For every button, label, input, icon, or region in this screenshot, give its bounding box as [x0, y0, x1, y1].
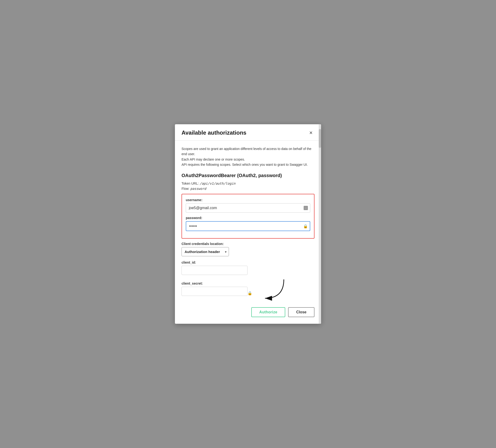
- client-id-input[interactable]: [182, 266, 248, 275]
- client-secret-group: client_secret: 🔒: [182, 281, 314, 299]
- modal-title: Available authorizations: [182, 129, 246, 136]
- oauth-section-title: OAuth2PasswordBearer (OAuth2, password): [182, 173, 314, 178]
- client-credentials-group: Client credentials location: Authorizati…: [182, 242, 314, 260]
- client-credentials-select-wrapper: Authorization header Basic Auth header Q…: [182, 247, 229, 256]
- password-lock-icon[interactable]: 🔒: [303, 224, 308, 229]
- token-url-row: Token URL: /api/v1/auth/login: [182, 182, 314, 185]
- client-secret-input-wrapper: 🔒: [182, 287, 314, 299]
- client-id-label: client_id:: [182, 261, 314, 264]
- password-label: password:: [186, 216, 310, 220]
- username-field-group: username: ···: [186, 198, 310, 213]
- password-input[interactable]: [186, 221, 310, 231]
- flow-value: password: [190, 187, 206, 190]
- client-secret-input[interactable]: [182, 287, 248, 296]
- flow-row: Flow: password: [182, 187, 314, 190]
- client-id-group: client_id:: [182, 261, 314, 278]
- token-url-value: /api/v1/auth/login: [200, 182, 235, 185]
- scrollbar[interactable]: [319, 124, 321, 324]
- button-area: Authorize Close: [182, 303, 314, 317]
- password-input-wrapper: 🔒: [186, 221, 310, 231]
- username-input[interactable]: [186, 203, 310, 213]
- password-field-group: password: 🔒: [186, 216, 310, 231]
- credentials-box: username: ··· password: 🔒: [182, 194, 314, 239]
- modal-overlay: Available authorizations × Scopes are us…: [0, 0, 496, 448]
- client-credentials-select[interactable]: Authorization header Basic Auth header Q…: [182, 247, 229, 256]
- description-block: Scopes are used to grant an application …: [182, 146, 314, 167]
- description-line2: Each API may declare one or more scopes.: [182, 157, 245, 161]
- client-secret-label: client_secret:: [182, 281, 314, 285]
- client-secret-lock-icon[interactable]: 🔒: [248, 291, 252, 295]
- close-modal-button[interactable]: Close: [288, 307, 314, 317]
- description-line1: Scopes are used to grant an application …: [182, 147, 311, 156]
- authorize-button[interactable]: Authorize: [251, 307, 285, 317]
- scrollbar-thumb[interactable]: [319, 129, 321, 148]
- client-credentials-label: Client credentials location:: [182, 242, 314, 246]
- username-dots-icon: ···: [304, 206, 308, 210]
- authorization-modal: Available authorizations × Scopes are us…: [175, 124, 321, 324]
- close-icon-button[interactable]: ×: [307, 129, 314, 137]
- modal-header: Available authorizations ×: [175, 124, 321, 140]
- token-url-label: Token URL:: [182, 182, 199, 185]
- modal-button-row: Authorize Close: [251, 307, 314, 317]
- username-label: username:: [186, 198, 310, 202]
- username-input-wrapper: ···: [186, 203, 310, 213]
- modal-body: Scopes are used to grant an application …: [175, 140, 321, 324]
- description-line3: API requires the following scopes. Selec…: [182, 163, 308, 167]
- flow-label: Flow:: [182, 187, 189, 190]
- client-id-input-wrapper: [182, 266, 314, 278]
